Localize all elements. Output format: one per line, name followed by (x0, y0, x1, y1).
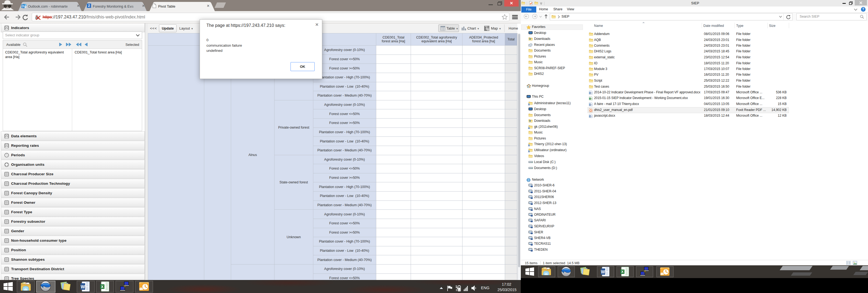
svg-text:X: X (101, 285, 104, 289)
svg-text:W: W (589, 92, 591, 94)
svg-text:X: X (621, 270, 624, 274)
svg-text:X: X (589, 98, 591, 99)
svg-text:W: W (601, 269, 605, 274)
svg-text:W: W (81, 284, 85, 290)
svg-text:W: W (589, 115, 591, 117)
svg-text:W: W (589, 104, 591, 106)
